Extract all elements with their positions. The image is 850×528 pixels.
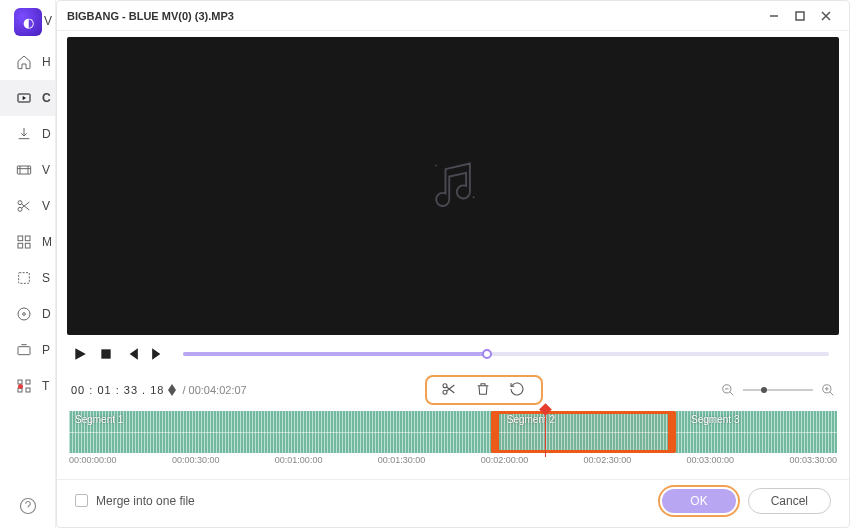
waveform[interactable]: Segment 1 Segment 2 Segment 3 [69,411,837,453]
playback-controls [57,335,849,373]
sidebar-item-disc[interactable]: D [0,296,55,332]
timeline[interactable]: Segment 1 Segment 2 Segment 3 00:00:00:0… [69,411,837,473]
stop-button[interactable] [97,345,115,363]
svg-rect-20 [101,349,110,358]
zoom-in-button[interactable] [821,383,835,397]
zoom-controls [721,383,835,397]
svg-rect-15 [26,388,30,392]
help-button[interactable] [0,484,55,528]
ok-button[interactable]: OK [662,489,735,513]
music-note-icon [423,156,483,216]
edit-tools-highlight [425,375,543,405]
svg-rect-8 [19,273,30,284]
footer: Merge into one file OK Cancel [57,479,849,521]
svg-rect-5 [25,236,30,241]
sidebar-item-toolbox[interactable]: T [0,368,55,404]
play-button[interactable] [71,345,89,363]
svg-point-2 [18,201,22,205]
svg-point-18 [435,164,437,166]
segment-3-label: Segment 3 [691,414,739,425]
merge-label: Merge into one file [96,494,195,508]
svg-rect-17 [796,12,804,20]
app-logo: ◐ V [0,0,56,44]
sidebar-item-merge[interactable]: M [0,224,55,260]
delete-button[interactable] [475,381,493,399]
segment-1-label: Segment 1 [75,414,123,425]
playhead[interactable] [545,407,546,457]
current-time-input[interactable]: 00 : 01 : 33 . 18 [71,384,176,396]
zoom-slider[interactable] [743,389,813,391]
svg-point-9 [18,308,30,320]
progress-bar[interactable] [183,352,829,356]
sidebar-item-player[interactable]: P [0,332,55,368]
close-button[interactable] [813,5,839,27]
merge-checkbox[interactable] [75,494,88,507]
svg-rect-6 [18,243,23,248]
minimize-button[interactable] [761,5,787,27]
editor-panel: BIGBANG - BLUE MV(0) (3).MP3 00 : 01 : 3… [56,0,850,528]
sidebar-letter: V [44,14,52,28]
svg-point-19 [473,196,475,198]
sidebar-item-home[interactable]: H [0,44,55,80]
svg-rect-14 [18,388,22,392]
selection-box[interactable] [491,411,675,453]
svg-point-22 [443,390,447,394]
prev-frame-button[interactable] [123,345,141,363]
sidebar-item-converter[interactable]: C [0,80,55,116]
svg-rect-4 [18,236,23,241]
maximize-button[interactable] [787,5,813,27]
titlebar: BIGBANG - BLUE MV(0) (3).MP3 [57,1,849,31]
selection-handle-right[interactable] [668,411,676,453]
sidebar-item-download[interactable]: D [0,116,55,152]
progress-thumb[interactable] [482,349,492,359]
time-bar: 00 : 01 : 33 . 18 / 00:04:02:07 [57,373,849,407]
time-ruler: 00:00:00:00 00:00:30:00 00:01:00:00 00:0… [69,455,837,473]
svg-rect-13 [26,380,30,384]
time-step-down[interactable] [168,390,176,396]
svg-rect-7 [25,243,30,248]
sidebar-item-video[interactable]: V [0,152,55,188]
reset-button[interactable] [509,381,527,399]
cancel-button[interactable]: Cancel [748,488,831,514]
window-title: BIGBANG - BLUE MV(0) (3).MP3 [67,10,234,22]
notification-dot [18,384,23,389]
zoom-out-button[interactable] [721,383,735,397]
sidebar-item-cut[interactable]: V [0,188,55,224]
sidebar: ◐ V H C D V V M S D P T [0,0,56,528]
sidebar-item-screen[interactable]: S [0,260,55,296]
total-time: / 00:04:02:07 [182,384,246,396]
svg-point-10 [23,313,26,316]
selection-handle-left[interactable] [491,411,499,453]
svg-point-3 [18,207,22,211]
svg-point-21 [443,384,447,388]
svg-rect-1 [17,166,30,174]
cut-button[interactable] [441,381,459,399]
svg-rect-11 [18,347,30,355]
preview-area [67,37,839,335]
next-frame-button[interactable] [149,345,167,363]
